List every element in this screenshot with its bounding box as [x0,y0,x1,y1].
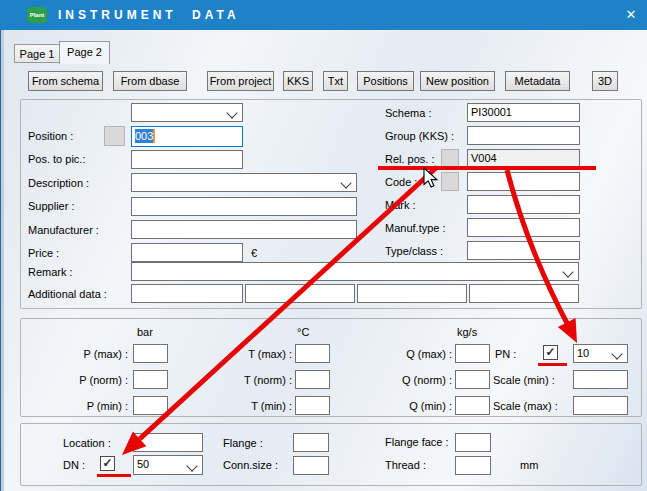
type-class-input[interactable] [467,241,580,260]
unit-celsius-label: °C [297,326,309,338]
flange-input[interactable] [293,433,329,452]
remark-combo[interactable] [131,262,579,281]
t-min-input[interactable] [295,396,330,415]
description-label: Description : [28,177,89,189]
additional-data-input-2[interactable] [245,284,355,303]
thread-input[interactable] [455,456,491,475]
group-kks-input[interactable] [467,126,580,145]
positions-button[interactable]: Positions [357,71,414,91]
new-position-button[interactable]: New position [420,71,495,91]
price-input[interactable] [131,243,243,262]
schema-label: Schema : [385,107,431,119]
kks-button[interactable]: KKS [283,71,313,91]
additional-data-label: Additional data : [28,288,107,300]
chevron-down-icon [226,107,237,118]
manufacturer-input[interactable] [131,220,357,239]
t-norm-input[interactable] [295,370,330,389]
manuf-type-label: Manuf.type : [385,222,446,234]
dn-combo[interactable]: 50 [133,455,203,475]
p-norm-input[interactable] [133,370,168,389]
p-min-input[interactable] [133,396,168,415]
check-icon: ✓ [102,456,112,470]
remark-label: Remark : [28,266,73,278]
code-picker-button[interactable] [441,172,459,191]
q-norm-input[interactable] [455,370,490,389]
dn-checkbox[interactable]: ✓ [100,456,115,471]
pn-combo[interactable]: 10 [573,344,628,363]
type-class-label: Type/class : [385,245,443,257]
txt-button[interactable]: Txt [323,71,348,91]
dn-annotation-underline [97,474,131,477]
q-min-input[interactable] [455,396,490,415]
dn-value: 50 [137,458,149,470]
from-dbase-button[interactable]: From dbase [113,71,187,91]
code-label: Code : [385,176,417,188]
check-icon: ✓ [545,345,555,359]
flange-face-label: Flange face : [385,436,449,448]
t-max-label: T (max) : [210,348,292,360]
conn-size-label: Conn.size : [223,459,278,471]
t-norm-label: T (norm) : [210,374,292,386]
p-norm-label: P (norm) : [46,374,128,386]
pos-to-pic-label: Pos. to pic.: [28,153,85,165]
metadata-button[interactable]: Metadata [505,71,570,91]
position-picker-button[interactable] [104,126,125,146]
position-label: Position : [28,130,73,142]
chevron-down-icon [340,177,351,188]
p-max-label: P (max) : [46,348,128,360]
from-project-button[interactable]: From project [207,71,274,91]
location-input[interactable] [133,433,203,452]
scale-min-input[interactable] [573,370,628,389]
flange-label: Flange : [223,437,263,449]
group-kks-label: Group (KKS) : [385,130,454,142]
chevron-down-icon [562,266,573,277]
titlebar: Plant INSTRUMENT DATA ✕ [0,0,647,30]
unit-bar-label: bar [137,326,153,338]
position-combo[interactable] [131,103,243,122]
rel-pos-label: Rel. pos. : [385,153,435,165]
q-max-input[interactable] [455,344,490,363]
t-max-input[interactable] [295,344,330,363]
3d-button[interactable]: 3D [592,71,618,91]
tab-page2[interactable]: Page 2 [59,41,110,64]
code-input[interactable] [467,172,580,191]
q-norm-label: Q (norm) : [370,374,452,386]
additional-data-input-1[interactable] [131,284,243,303]
mark-input[interactable] [467,195,580,214]
window-title: INSTRUMENT DATA [58,0,240,30]
conn-size-input[interactable] [293,456,329,475]
pn-label: PN : [495,348,516,360]
schema-value: PI30001 [471,106,512,118]
thread-unit-label: mm [520,459,538,471]
price-currency-label: € [251,247,257,259]
q-max-label: Q (max) : [370,348,452,360]
scale-max-input[interactable] [573,396,628,415]
pn-checkbox[interactable]: ✓ [543,345,558,360]
tab-page1[interactable]: Page 1 [14,44,60,63]
flange-face-input[interactable] [455,433,491,452]
pn-value: 10 [577,347,589,359]
pos-to-pic-input[interactable] [131,150,243,169]
position-input[interactable]: 003 [131,126,243,147]
additional-data-input-4[interactable] [469,284,579,303]
price-label: Price : [28,247,59,259]
t-min-label: T (min) : [210,400,292,412]
position-value: 003 [135,129,155,143]
additional-data-input-3[interactable] [357,284,467,303]
p-max-input[interactable] [133,344,168,363]
description-combo[interactable] [131,173,357,192]
rel-pos-picker-button[interactable] [441,149,459,168]
manuf-type-input[interactable] [467,218,580,237]
dn-label: DN : [63,459,85,471]
from-schema-button[interactable]: From schema [28,71,103,91]
plant-app-icon: Plant [27,7,47,23]
close-icon[interactable]: ✕ [620,5,642,25]
window-left-edge [0,30,4,491]
rel-pos-value: V004 [471,152,497,164]
pn-annotation-underline [538,363,567,366]
schema-input[interactable]: PI30001 [467,103,580,122]
mark-label: Mark : [385,199,416,211]
supplier-input[interactable] [131,197,357,216]
manufacturer-label: Manufacturer : [28,224,99,236]
p-min-label: P (min) : [46,400,128,412]
